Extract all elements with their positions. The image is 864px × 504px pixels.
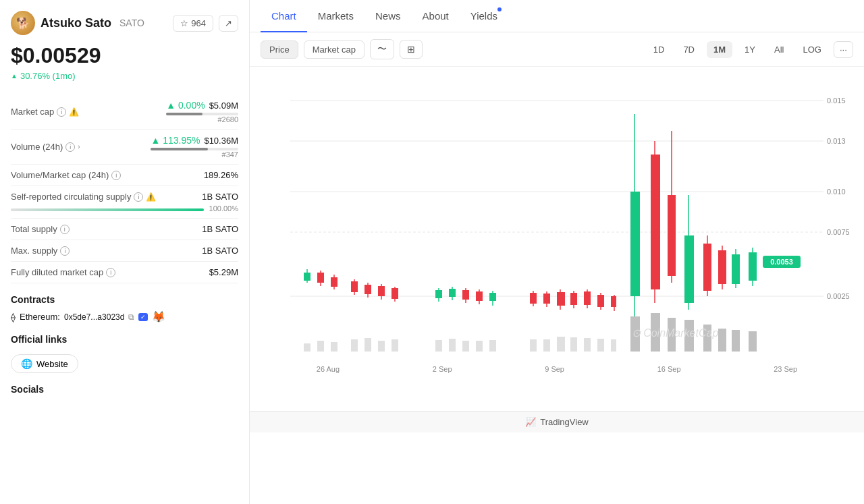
socials-title: Socials [11,384,238,395]
tradingview-chart-icon: 📈 [525,417,536,427]
tab-yields[interactable]: Yields [460,1,508,32]
tab-chart[interactable]: Chart [261,1,307,32]
copy-icon[interactable]: ⧉ [128,312,134,322]
svg-rect-78 [557,337,565,352]
svg-text:0.0075: 0.0075 [827,228,850,236]
circ-supply-value: 1B SATO [202,192,238,202]
svg-rect-68 [364,338,371,352]
svg-rect-51 [651,155,660,289]
stat-label-volume: Volume (24h) i › [11,142,151,152]
info-icon-vol-mktcap[interactable]: i [111,171,121,180]
svg-rect-72 [449,339,456,352]
volume-value: $10.36M [204,136,238,146]
chevron-volume[interactable]: › [78,143,80,150]
stat-label-market-cap: Market cap i ⚠️ [11,107,166,117]
svg-rect-73 [462,341,469,352]
tab-news[interactable]: News [364,1,412,32]
tab-markets[interactable]: Markets [307,1,364,32]
info-icon-max-supply[interactable]: i [60,246,70,256]
shield-icon[interactable]: ✓ [138,313,148,321]
time-1m-button[interactable]: 1M [707,41,732,58]
share-button[interactable]: ↗ [219,15,238,32]
stat-volume: Volume (24h) i › ▲ 113.95% $10.36M #347 [11,130,238,165]
more-options-button[interactable]: ··· [834,41,853,58]
time-1d-button[interactable]: 1D [647,41,672,58]
candlestick-chart: 0.015 0.013 0.010 0.0075 0.0025 [250,74,864,370]
info-icon-volume[interactable]: i [65,142,75,152]
star-icon: ☆ [180,18,188,28]
svg-rect-69 [378,341,385,352]
market-cap-button[interactable]: Market cap [304,40,364,59]
vol-mktcap-value: 189.26% [204,170,238,180]
svg-rect-80 [584,338,591,352]
svg-rect-11 [304,273,310,281]
website-label: Website [36,359,68,369]
coin-ticker: SATO [119,18,144,28]
time-all-button[interactable]: All [767,41,790,58]
website-button[interactable]: 🌐 Website [11,354,78,373]
stat-fdmc: Fully diluted market cap i $5.29M [11,262,238,283]
svg-rect-88 [718,329,726,352]
svg-rect-82 [611,339,616,352]
tradingview-label: TradingView [540,417,589,427]
star-button[interactable]: ☆ 964 [173,15,213,32]
info-icon-fdmc[interactable]: i [106,268,115,277]
svg-text:0.0025: 0.0025 [827,292,850,300]
stat-market-cap: Market cap i ⚠️ ▲ 0.00% $5.09M #2680 [11,94,238,130]
svg-rect-41 [570,293,577,305]
stat-label-circ-supply: Self-reported circulating supply i ⚠️ [11,192,202,202]
svg-text:⊙ CoinMarketCap: ⊙ CoinMarketCap [632,327,719,339]
svg-rect-49 [630,192,640,296]
time-1y-button[interactable]: 1Y [738,41,762,58]
chart-area: 0.015 0.013 0.010 0.0075 0.0025 [250,67,864,504]
svg-rect-89 [732,330,740,352]
star-count: 964 [191,18,206,28]
contract-row: ⟠ Ethereum: 0x5de7...a3023d ⧉ ✓ 🦊 [11,310,238,323]
stat-label-total-supply: Total supply i [11,224,202,234]
info-icon-market-cap[interactable]: i [57,107,66,117]
max-supply-value: 1B SATO [202,246,238,256]
svg-rect-64 [304,343,310,352]
svg-rect-21 [378,286,385,296]
svg-rect-47 [611,296,616,307]
chart-controls: Price Market cap 〜 ⊞ 1D 7D 1M 1Y All LOG… [250,32,864,67]
svg-rect-19 [364,285,371,294]
x-label-aug26: 26 Aug [317,365,340,373]
line-chart-icon-button[interactable]: 〜 [370,39,394,59]
price-button[interactable]: Price [261,40,298,59]
stats-table: Market cap i ⚠️ ▲ 0.00% $5.09M #2680 Vol… [11,94,238,283]
coin-actions: ☆ 964 ↗ [173,15,238,32]
svg-rect-67 [351,339,358,352]
circ-supply-pct: 100.00% [209,204,238,213]
price-display: $0.00529 [11,43,238,68]
svg-rect-65 [317,341,324,352]
total-supply-value: 1B SATO [202,224,238,234]
svg-rect-74 [476,341,483,352]
share-icon: ↗ [225,18,232,28]
stat-label-vol-mktcap: Volume/Market cap (24h) i [11,170,204,180]
info-icon-circ-supply[interactable]: i [134,192,143,202]
svg-rect-43 [584,291,591,305]
tradingview-bar[interactable]: 📈 TradingView [250,411,864,432]
svg-rect-77 [543,339,550,352]
time-7d-button[interactable]: 7D [676,41,701,58]
tab-about[interactable]: About [412,1,460,32]
fdmc-value: $5.29M [209,267,238,277]
svg-rect-35 [530,293,537,304]
svg-rect-23 [392,288,398,299]
x-label-sep16: 16 Sep [657,365,681,373]
time-log-button[interactable]: LOG [796,41,828,58]
svg-text:0.015: 0.015 [827,96,846,105]
info-icon-total-supply[interactable]: i [60,225,70,234]
contracts-title: Contracts [11,294,238,305]
circ-supply-bar [11,208,204,211]
svg-text:0.010: 0.010 [827,188,846,196]
candle-chart-icon-button[interactable]: ⊞ [400,40,423,59]
yields-dot [497,7,502,11]
chart-tabs: Chart Markets News About Yields [250,0,864,32]
x-axis: 26 Aug 2 Sep 9 Sep 16 Sep 23 Sep [250,365,864,373]
svg-rect-25 [435,290,442,298]
volume-rank: #347 [151,150,238,159]
svg-rect-17 [351,281,358,292]
market-cap-change: ▲ 0.00% [166,100,205,111]
